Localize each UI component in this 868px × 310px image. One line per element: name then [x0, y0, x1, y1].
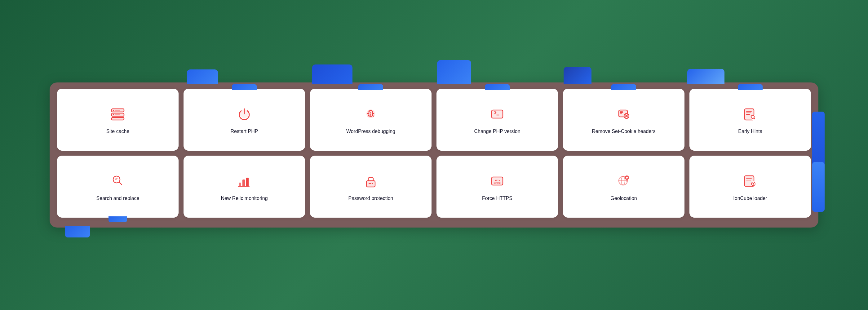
card-change-php-version-label: Change PHP version [474, 128, 520, 135]
svg-point-6 [113, 110, 114, 111]
top-tab-1 [187, 69, 218, 84]
svg-rect-44 [242, 180, 245, 186]
card-tab-early-hints [738, 84, 763, 90]
svg-point-49 [369, 183, 370, 184]
card-tab-php [485, 84, 509, 90]
svg-rect-20 [492, 110, 503, 118]
card-ioncube-loader-label: IonCube loader [733, 195, 767, 202]
card-site-cache[interactable]: Site cache [57, 89, 179, 151]
card-wordpress-debugging[interactable]: WordPress debugging [310, 89, 432, 151]
tools-grid: Site cache Restart PHP [57, 89, 811, 218]
right-side-accent-2 [812, 162, 825, 212]
server-icon [110, 106, 126, 122]
svg-text:HTTP: HTTP [495, 180, 500, 182]
card-search-and-replace-label: Search and replace [96, 195, 140, 202]
card-change-php-version[interactable]: Change PHP version [436, 89, 558, 151]
top-tab-3 [437, 60, 471, 84]
card-tab-cookie [611, 84, 636, 90]
feature-grid-container: Site cache Restart PHP [50, 83, 818, 227]
card-remove-set-cookie[interactable]: Remove Set-Cookie headers [563, 89, 684, 151]
card-remove-set-cookie-label: Remove Set-Cookie headers [592, 128, 655, 135]
card-force-https-label: Force HTTPS [482, 195, 513, 202]
svg-rect-9 [115, 114, 120, 115]
card-restart-php[interactable]: Restart PHP [184, 89, 305, 151]
search-page-icon [742, 106, 758, 122]
code-icon [489, 106, 505, 122]
top-tab-4 [564, 67, 591, 84]
lock-icon [363, 173, 379, 189]
top-tab-2 [312, 64, 352, 84]
card-early-hints-label: Early Hints [738, 128, 762, 135]
card-password-protection-label: Password protection [348, 195, 393, 202]
svg-rect-43 [239, 183, 241, 186]
bug-icon [363, 106, 379, 122]
search-replace-icon [110, 173, 126, 189]
bar-chart-icon [236, 173, 252, 189]
svg-point-51 [372, 183, 373, 184]
card-restart-php-label: Restart PHP [230, 128, 258, 135]
card-search-and-replace[interactable]: Search and replace [57, 156, 179, 218]
card-geolocation[interactable]: Geolocation [563, 156, 684, 218]
card-wordpress-debugging-label: WordPress debugging [346, 128, 395, 135]
card-tab-restart-php [232, 84, 257, 90]
card-ioncube-loader[interactable]: IonCube loader [689, 156, 811, 218]
svg-point-7 [113, 114, 114, 115]
https-icon: HTTP HTTPS [489, 173, 505, 189]
svg-point-10 [240, 110, 249, 118]
top-tab-5 [687, 69, 724, 84]
svg-point-50 [370, 183, 371, 184]
card-new-relic-monitoring[interactable]: New Relic monitoring [184, 156, 305, 218]
cookie-x-icon [616, 106, 632, 122]
card-tab-wordpress [359, 84, 383, 90]
svg-point-70 [753, 183, 754, 184]
card-geolocation-label: Geolocation [610, 195, 637, 202]
card-site-cache-label: Site cache [106, 128, 130, 135]
svg-point-62 [626, 177, 628, 179]
settings-dot-icon [742, 173, 758, 189]
card-password-protection[interactable]: Password protection [310, 156, 432, 218]
power-icon [236, 106, 252, 122]
svg-text:HTTPS: HTTPS [494, 182, 500, 184]
svg-rect-8 [115, 110, 120, 111]
globe-pin-icon [616, 173, 632, 189]
bottom-tab-1 [65, 226, 90, 238]
card-tab-bottom-search [108, 216, 127, 222]
svg-line-42 [119, 182, 122, 184]
card-force-https[interactable]: HTTP HTTPS Force HTTPS [436, 156, 558, 218]
card-early-hints[interactable]: Early Hints [689, 89, 811, 151]
card-new-relic-monitoring-label: New Relic monitoring [221, 195, 268, 202]
svg-rect-45 [246, 178, 249, 186]
